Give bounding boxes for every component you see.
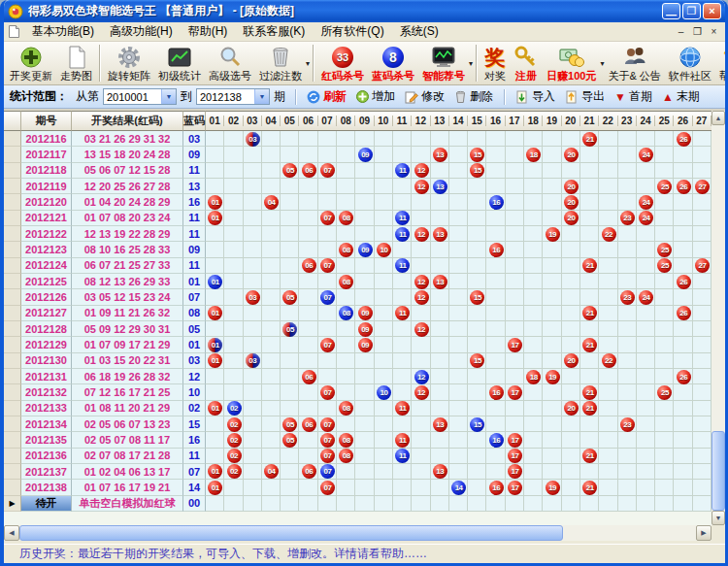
grid-cell[interactable]: [599, 163, 617, 179]
grid-cell[interactable]: [543, 416, 561, 432]
grid-cell[interactable]: [674, 337, 692, 352]
grid-cell[interactable]: [486, 353, 505, 369]
grid-cell[interactable]: [599, 306, 617, 321]
grid-cell[interactable]: [337, 131, 355, 147]
grid-cell[interactable]: [393, 416, 412, 432]
grid-cell[interactable]: [449, 194, 468, 210]
grid-cell[interactable]: [299, 131, 317, 147]
table-row[interactable]: 201212603 05 12 15 23 240703050712152324: [4, 289, 711, 305]
grid-cell[interactable]: [375, 449, 393, 464]
grid-cell[interactable]: [693, 416, 711, 432]
grid-cell[interactable]: [299, 449, 317, 464]
grid-cell[interactable]: [618, 226, 637, 242]
grid-cell[interactable]: [562, 449, 580, 464]
grid-cell[interactable]: [375, 464, 393, 480]
grid-cell[interactable]: [412, 337, 430, 352]
action-import[interactable]: 导入: [515, 88, 555, 105]
grid-cell[interactable]: [206, 416, 224, 432]
grid-cell[interactable]: [281, 401, 299, 416]
grid-cell[interactable]: [637, 258, 655, 274]
grid-cell[interactable]: [412, 211, 430, 226]
grid-cell[interactable]: [693, 464, 711, 480]
grid-cell[interactable]: [655, 274, 674, 289]
grid-cell[interactable]: [468, 131, 486, 147]
grid-cell[interactable]: [618, 274, 637, 289]
grid-cell[interactable]: [355, 179, 374, 194]
grid-cell[interactable]: [506, 226, 524, 242]
grid-cell[interactable]: [318, 131, 337, 147]
grid-cell[interactable]: [224, 163, 243, 179]
grid-cell[interactable]: [244, 464, 262, 480]
grid-cell[interactable]: [318, 353, 337, 369]
grid-cell[interactable]: [244, 384, 262, 400]
grid-cell[interactable]: [618, 337, 637, 352]
grid-cell[interactable]: [506, 289, 524, 305]
grid-cell[interactable]: [524, 353, 543, 369]
horizontal-scroll-thumb[interactable]: [19, 525, 563, 541]
grid-cell[interactable]: [431, 242, 449, 257]
grid-cell[interactable]: [318, 226, 337, 242]
grid-cell[interactable]: [637, 242, 655, 257]
grid-cell[interactable]: [206, 496, 224, 512]
grid-cell[interactable]: [562, 242, 580, 257]
grid-cell[interactable]: [506, 274, 524, 289]
grid-cell[interactable]: [486, 369, 505, 384]
grid-cell[interactable]: [393, 353, 412, 369]
grid-cell[interactable]: [468, 242, 486, 257]
grid-cell[interactable]: [431, 337, 449, 352]
grid-cell[interactable]: [244, 480, 262, 495]
grid-cell[interactable]: [393, 289, 412, 305]
grid-cell[interactable]: [655, 416, 674, 432]
grid-cell[interactable]: [674, 194, 692, 210]
grid-cell[interactable]: [412, 496, 430, 512]
grid-cell[interactable]: [693, 321, 711, 337]
grid-cell[interactable]: [449, 242, 468, 257]
grid-cell[interactable]: [262, 226, 281, 242]
grid-cell[interactable]: [637, 179, 655, 194]
grid-cell[interactable]: [375, 321, 393, 337]
grid-cell[interactable]: [599, 496, 617, 512]
maximize-button[interactable]: ❐: [682, 3, 701, 19]
grid-cell[interactable]: [412, 353, 430, 369]
table-row[interactable]: 201212101 07 08 20 23 241101070811202324: [4, 211, 711, 226]
grid-cell[interactable]: [393, 369, 412, 384]
grid-cell[interactable]: [412, 242, 430, 257]
grid-cell[interactable]: [562, 131, 580, 147]
grid-cell[interactable]: [318, 179, 337, 194]
grid-cell[interactable]: [355, 258, 374, 274]
grid-cell[interactable]: [486, 321, 505, 337]
grid-cell[interactable]: [524, 179, 543, 194]
grid-cell[interactable]: [318, 274, 337, 289]
table-row[interactable]: 201211603 21 26 29 31 3203032126: [4, 131, 711, 147]
grid-cell[interactable]: [431, 194, 449, 210]
grid-cell[interactable]: [543, 464, 561, 480]
grid-cell[interactable]: [486, 289, 505, 305]
grid-cell[interactable]: [337, 258, 355, 274]
grid-cell[interactable]: [580, 289, 599, 305]
grid-cell[interactable]: [393, 496, 412, 512]
action-edit[interactable]: 修改: [405, 88, 445, 105]
grid-cell[interactable]: [431, 384, 449, 400]
grid-cell[interactable]: [543, 131, 561, 147]
grid-cell[interactable]: [693, 194, 711, 210]
grid-cell[interactable]: [618, 179, 637, 194]
grid-cell[interactable]: [468, 306, 486, 321]
grid-cell[interactable]: [206, 321, 224, 337]
grid-cell[interactable]: [674, 226, 692, 242]
grid-cell[interactable]: [244, 194, 262, 210]
grid-cell[interactable]: [224, 242, 243, 257]
menu-item-2[interactable]: 高级功能(H): [102, 22, 181, 41]
grid-cell[interactable]: [206, 258, 224, 274]
grid-cell[interactable]: [206, 369, 224, 384]
grid-cell[interactable]: [299, 480, 317, 495]
grid-cell[interactable]: [244, 274, 262, 289]
grid-cell[interactable]: [693, 353, 711, 369]
grid-cell[interactable]: [337, 163, 355, 179]
toolbar-button-ball-red[interactable]: 33红码杀号: [317, 43, 368, 83]
grid-cell[interactable]: [543, 194, 561, 210]
grid-cell[interactable]: [375, 179, 393, 194]
grid-cell[interactable]: [355, 432, 374, 448]
grid-cell[interactable]: [562, 306, 580, 321]
grid-cell[interactable]: [393, 131, 412, 147]
grid-cell[interactable]: [281, 480, 299, 495]
